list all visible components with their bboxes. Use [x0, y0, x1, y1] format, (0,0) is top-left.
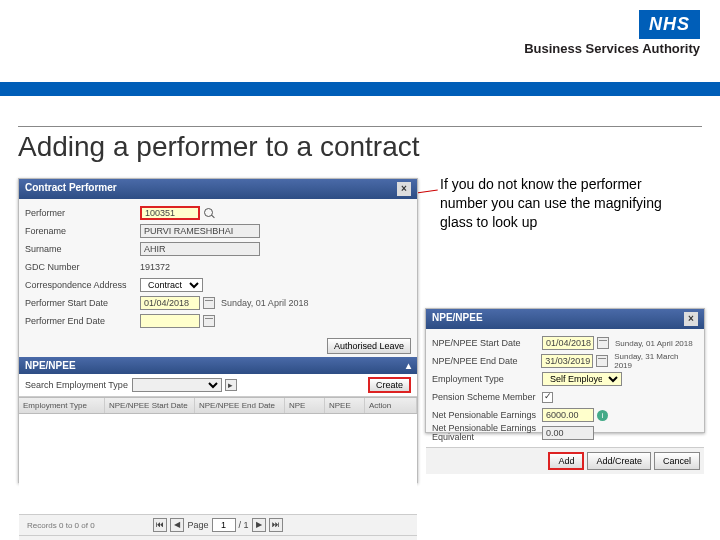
slide-header: NHS Business Services Authority	[0, 0, 720, 80]
search-bar: Search Employment Type ▸ Create	[19, 374, 417, 397]
npe-start-label: NPE/NPEE Start Date	[432, 338, 542, 348]
calendar-icon[interactable]	[597, 337, 609, 349]
col-emp-type: Employment Type	[19, 398, 105, 413]
prev-page-icon[interactable]: ◀	[170, 518, 184, 532]
chevron-up-icon[interactable]: ▴	[406, 360, 411, 371]
npe-dialog: NPE/NPEE × NPE/NPEE Start Date 01/04/201…	[425, 308, 705, 433]
grid-header: Employment Type NPE/NPEE Start Date NPE/…	[19, 397, 417, 414]
logo-area: NHS Business Services Authority	[524, 10, 700, 56]
performer-field[interactable]: 100351	[140, 206, 200, 220]
npee-field: 0.00	[542, 426, 594, 440]
end-label: Performer End Date	[25, 316, 140, 326]
col-npee: NPEE	[325, 398, 365, 413]
forename-label: Forename	[25, 226, 140, 236]
npe-title-text: NPE/NPEE	[25, 360, 76, 371]
start-label: Performer Start Date	[25, 298, 140, 308]
col-end: NPE/NPEE End Date	[195, 398, 285, 413]
corr-label: Correspondence Address	[25, 280, 140, 290]
add-button[interactable]: Add	[548, 452, 584, 470]
records-text: Records 0 to 0 of 0	[27, 521, 95, 530]
calendar-icon[interactable]	[596, 355, 608, 367]
emp-type-select[interactable]: Self Employed	[542, 372, 622, 386]
cancel-button[interactable]: Cancel	[654, 452, 700, 470]
divider-line	[18, 126, 702, 127]
npe-end-field[interactable]: 31/03/2019	[541, 354, 593, 368]
bsa-text: Business Services Authority	[524, 41, 700, 56]
nhs-logo: NHS	[639, 10, 700, 39]
corr-select[interactable]: Contract	[140, 278, 203, 292]
npee-label: Net Pensionable Earnings Equivalent	[432, 424, 542, 442]
blue-band	[0, 82, 720, 96]
gdc-label: GDC Number	[25, 262, 140, 272]
dialog-titlebar: Contract Performer ×	[19, 179, 417, 199]
calendar-icon[interactable]	[203, 315, 215, 327]
slide-title: Adding a performer to a contract	[0, 131, 720, 163]
grid-body	[19, 414, 417, 514]
calendar-icon[interactable]	[203, 297, 215, 309]
close-icon[interactable]: ×	[397, 182, 411, 196]
performer-label: Performer	[25, 208, 140, 218]
start-field[interactable]: 01/04/2018	[140, 296, 200, 310]
dialog-footer: Add Add/Create Cancel	[426, 447, 704, 474]
col-action: Action	[365, 398, 417, 413]
create-button[interactable]: Create	[368, 377, 411, 393]
npe-label: Net Pensionable Earnings	[432, 410, 542, 420]
first-page-icon[interactable]: ⏮	[153, 518, 167, 532]
npe-end-label: NPE/NPEE End Date	[432, 356, 541, 366]
forename-field: PURVI RAMESHBHAI	[140, 224, 260, 238]
page-label: Page	[187, 520, 208, 530]
npe-field[interactable]: 6000.00	[542, 408, 594, 422]
grid-footer: Records 0 to 0 of 0 ⏮ ◀ Page / 1 ▶ ⏭	[19, 514, 417, 535]
info-callout: If you do not know the performer number …	[440, 175, 690, 232]
addcreate-button[interactable]: Add/Create	[587, 452, 651, 470]
page-of: / 1	[239, 520, 249, 530]
magnify-icon[interactable]	[203, 207, 215, 219]
dialog-title-text: NPE/NPEE	[432, 312, 483, 326]
npe-section-title: NPE/NPEE ▴	[19, 357, 417, 374]
emp-type-select[interactable]	[132, 378, 222, 392]
go-icon[interactable]: ▸	[225, 379, 237, 391]
page-input[interactable]	[212, 518, 236, 532]
gdc-value: 191372	[140, 262, 170, 272]
authorised-leave-button[interactable]: Authorised Leave	[327, 338, 411, 354]
dialog-footer: Add Add/Create Cancel	[19, 535, 417, 540]
close-icon[interactable]: ×	[684, 312, 698, 326]
start-display: Sunday, 01 April 2018	[221, 298, 308, 308]
npe-start-field[interactable]: 01/04/2018	[542, 336, 594, 350]
npe-start-display: Sunday, 01 April 2018	[615, 339, 693, 348]
psm-label: Pension Scheme Member	[432, 392, 542, 402]
dialog-title-text: Contract Performer	[25, 182, 117, 196]
emp-type-label: Employment Type	[432, 374, 542, 384]
psm-checkbox[interactable]	[542, 392, 553, 403]
npe-end-display: Sunday, 31 March 2019	[614, 352, 698, 370]
surname-label: Surname	[25, 244, 140, 254]
next-page-icon[interactable]: ▶	[252, 518, 266, 532]
last-page-icon[interactable]: ⏭	[269, 518, 283, 532]
dialog-titlebar: NPE/NPEE ×	[426, 309, 704, 329]
end-field[interactable]	[140, 314, 200, 328]
search-label: Search Employment Type	[25, 380, 128, 390]
surname-field: AHIR	[140, 242, 260, 256]
col-start: NPE/NPEE Start Date	[105, 398, 195, 413]
info-icon[interactable]: i	[597, 410, 608, 421]
contract-performer-dialog: Contract Performer × Performer 100351 Fo…	[18, 178, 418, 483]
col-npe: NPE	[285, 398, 325, 413]
